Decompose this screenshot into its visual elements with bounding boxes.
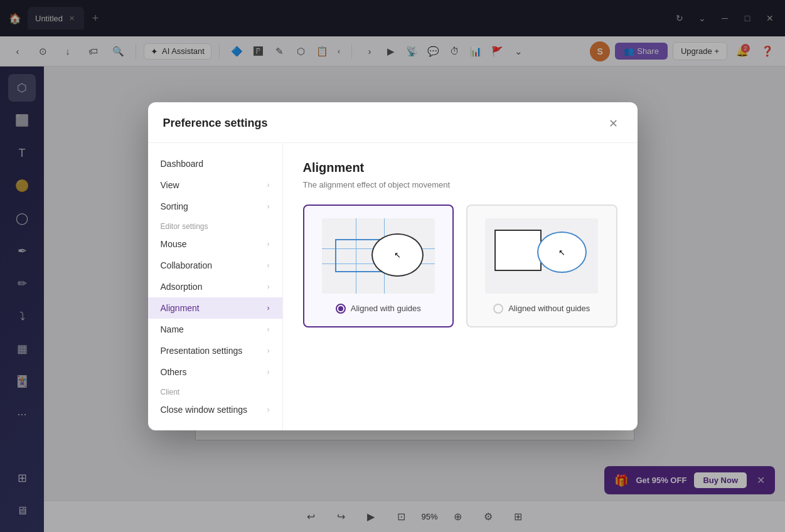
content-subtitle: The alignment effect of object movement: [303, 180, 617, 189]
modal-overlay: Preference settings ✕ Dashboard View › S…: [0, 0, 785, 532]
chevron-right-icon: ›: [267, 325, 270, 334]
chevron-right-icon: ›: [267, 368, 270, 376]
chevron-right-icon: ›: [267, 346, 270, 355]
nav-item-mouse[interactable]: Mouse ›: [148, 233, 282, 255]
no-guide-rect: [494, 230, 542, 271]
content-title: Alignment: [303, 161, 617, 175]
guide-circle: ↖: [371, 233, 424, 277]
chevron-right-icon: ›: [267, 282, 270, 291]
alignment-card-without-guides[interactable]: ↖ Aligned without guides: [466, 205, 617, 327]
nav-item-name[interactable]: Name ›: [148, 319, 282, 340]
no-guide-overlay: ↖: [485, 218, 598, 294]
aligned-without-guides-label: Aligned without guides: [508, 304, 590, 313]
chevron-right-icon: ›: [267, 261, 270, 270]
nav-item-sorting[interactable]: Sorting ›: [148, 196, 282, 217]
nav-item-others[interactable]: Others ›: [148, 361, 282, 383]
alignment-card-with-guides[interactable]: ↖ Aligned with guides: [303, 205, 454, 327]
nav-item-alignment[interactable]: Alignment ›: [148, 297, 282, 319]
nav-item-close-window-settings[interactable]: Close window settings ›: [148, 399, 282, 420]
guide-overlay: ↖: [322, 218, 435, 294]
nav-item-presentation-settings[interactable]: Presentation settings ›: [148, 340, 282, 361]
preference-settings-modal: Preference settings ✕ Dashboard View › S…: [148, 102, 638, 430]
aligned-with-guides-label: Aligned with guides: [351, 304, 421, 313]
chevron-right-icon: ›: [267, 202, 270, 211]
alignment-visual-guides: ↖: [322, 218, 435, 294]
modal-header: Preference settings ✕: [148, 102, 638, 143]
cursor-icon: ↖: [394, 250, 401, 260]
chevron-right-icon: ›: [267, 304, 270, 312]
nav-section-editor: Editor settings: [148, 217, 282, 233]
modal-main-content: Alignment The alignment effect of object…: [283, 143, 638, 430]
radio-without-guides[interactable]: [493, 304, 503, 314]
modal-body: Dashboard View › Sorting › Editor settin…: [148, 143, 638, 430]
radio-inner: [338, 306, 343, 311]
nav-item-dashboard[interactable]: Dashboard: [148, 153, 282, 174]
no-guide-circle: ↖: [537, 231, 587, 273]
alignment-visual-no-guides: ↖: [485, 218, 598, 294]
modal-close-button[interactable]: ✕: [605, 115, 622, 132]
radio-label-with-guides: Aligned with guides: [336, 304, 421, 314]
alignment-options: ↖ Aligned with guides: [303, 205, 617, 327]
radio-with-guides[interactable]: [336, 304, 346, 314]
radio-label-without-guides: Aligned without guides: [493, 304, 590, 314]
chevron-right-icon: ›: [267, 181, 270, 189]
nav-section-client: Client: [148, 383, 282, 399]
chevron-right-icon: ›: [267, 240, 270, 248]
nav-item-view[interactable]: View ›: [148, 174, 282, 196]
chevron-right-icon: ›: [267, 405, 270, 414]
nav-item-collaboration[interactable]: Collaboration ›: [148, 255, 282, 276]
modal-sidebar-nav: Dashboard View › Sorting › Editor settin…: [148, 143, 283, 430]
cursor-icon-2: ↖: [558, 248, 565, 257]
modal-title: Preference settings: [163, 117, 268, 130]
nav-item-adsorption[interactable]: Adsorption ›: [148, 276, 282, 297]
